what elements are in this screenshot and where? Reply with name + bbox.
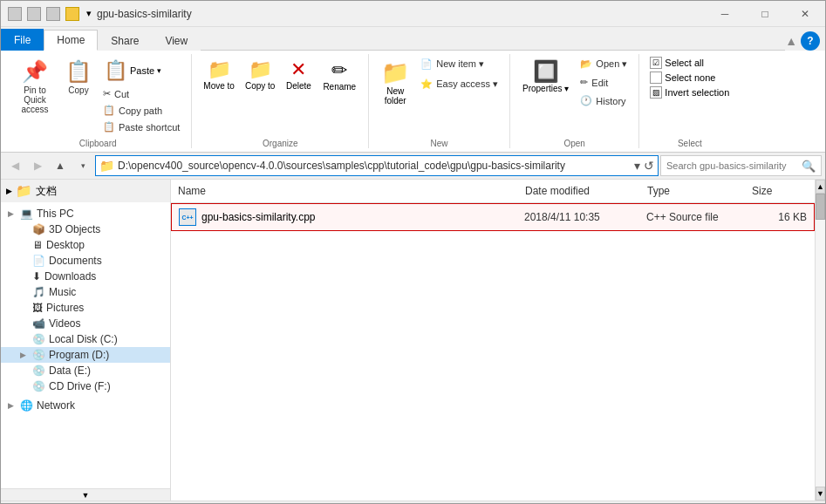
col-header-name[interactable]: Name [171,181,518,201]
file-row-0[interactable]: C++ gpu-basics-similarity.cpp 2018/4/11 … [171,203,815,231]
open-col: 📂 Open ▾ ✏ Edit 🕐 History [576,56,631,109]
easy-access-button[interactable]: ⭐ Easy access ▾ [416,76,502,92]
move-to-button[interactable]: 📁 Move to [199,56,239,93]
pin-to-quick-access-button[interactable]: 📌 Pin to Quick access [11,56,58,118]
scroll-track[interactable] [816,194,825,487]
ribbon: 📌 Pin to Quick access 📋 Copy 📋 Paste ▾ ✂… [1,51,825,153]
right-scrollbar[interactable]: ▲ ▼ [815,180,825,501]
tree-item-videos[interactable]: 📹 Videos [1,316,170,331]
videos-label: Videos [49,317,80,330]
downloads-label: Downloads [44,270,96,283]
desktop-expand [17,239,29,251]
left-scroll-down-btn[interactable]: ▼ [1,488,170,501]
up-button[interactable]: ▲ [50,155,71,176]
documents-expand [17,255,29,267]
rename-button[interactable]: ✏ Rename [317,56,361,95]
forward-button[interactable]: ▶ [27,155,48,176]
tab-share[interactable]: Share [98,31,152,51]
edit-button[interactable]: ✏ Edit [576,74,631,91]
select-content: ☑ Select all Select none ▨ Invert select… [646,56,733,135]
rename-icon: ✏ [331,59,347,82]
search-icon: 🔍 [802,160,816,173]
new-content: 📁 Newfolder 📄 New item ▾ ⭐ Easy access ▾ [376,56,502,135]
file-list-container: Name Date modified Type Size C++ [171,180,815,501]
back-button[interactable]: ◀ [4,155,25,176]
col-header-type[interactable]: Type [640,181,745,201]
col-name-label: Name [178,185,206,197]
main-area: ▶ 📁 文档 ▶ 💻 This PC 📦 3D Objects 🖥 Deskto… [1,180,825,501]
select-none-checkbox [650,72,662,84]
search-input[interactable] [666,160,798,171]
select-none-button[interactable]: Select none [646,71,733,85]
scroll-down-btn[interactable]: ▼ [816,487,825,501]
select-all-button[interactable]: ☑ Select all [646,56,733,70]
paste-shortcut-button[interactable]: 📋 Paste shortcut [99,119,184,135]
desktop-label: Desktop [46,239,85,251]
tree-item-3d-objects[interactable]: 📦 3D Objects [1,221,170,237]
history-button[interactable]: 🕐 History [576,92,631,109]
file-date-label: 2018/4/11 10:35 [524,211,600,223]
open-button[interactable]: 📂 Open ▾ [576,56,631,72]
cut-button[interactable]: ✂ Cut [99,85,184,102]
invert-selection-button[interactable]: ▨ Invert selection [646,85,733,99]
tree-item-pictures[interactable]: 🖼 Pictures [1,300,170,316]
maximize-button[interactable]: □ [745,1,785,27]
delete-icon: ✕ [290,58,306,81]
tree-item-music[interactable]: 🎵 Music [1,284,170,300]
tree-item-program-d[interactable]: ▶ 💿 Program (D:) [1,347,170,363]
invert-label: Invert selection [665,87,729,98]
paste-button[interactable]: 📋 Paste ▾ [99,56,184,85]
properties-button[interactable]: 🔲 Properties ▾ [517,56,574,97]
tab-view[interactable]: View [152,31,201,51]
scroll-thumb[interactable] [816,194,825,220]
copy-button[interactable]: 📋 Copy [60,56,97,99]
new-folder-col: 📁 Newfolder [376,56,414,109]
new-item-icon: 📄 [420,58,433,70]
recent-locations-button[interactable]: ▾ [72,155,93,176]
address-refresh-btn[interactable]: ↺ [644,159,654,173]
col-header-size[interactable]: Size [745,181,815,201]
address-input[interactable] [118,160,631,172]
scroll-up-btn[interactable]: ▲ [816,180,825,194]
tree-item-data-e[interactable]: 💿 Data (E:) [1,363,170,378]
address-bar[interactable]: 📁 ▾ ↺ [95,155,659,176]
copy-to-button[interactable]: 📁 Copy to [241,56,279,93]
music-icon: 🎵 [32,286,45,298]
delete-col: ✕ Delete [281,56,316,93]
network-icon: 🌐 [20,399,33,412]
history-icon: 🕐 [580,95,592,106]
network-expand: ▶ [4,399,17,412]
col-header-date[interactable]: Date modified [518,181,640,201]
select-group: ☑ Select all Select none ▨ Invert select… [646,56,733,99]
help-button[interactable]: ? [801,31,820,51]
copy-path-icon: 📋 [103,105,115,116]
right-content-with-scroll: Name Date modified Type Size C++ [171,180,825,501]
new-folder-button[interactable]: 📁 Newfolder [376,56,414,109]
desktop-icon: 🖥 [32,239,43,251]
copy-path-button[interactable]: 📋 Copy path [99,102,184,119]
search-box[interactable]: 🔍 [660,155,822,176]
ribbon-collapse-btn[interactable]: ▲ [785,34,797,48]
tab-home[interactable]: Home [44,30,98,51]
tree-item-cd-drive-f[interactable]: 💿 CD Drive (F:) [1,378,170,394]
tree-item-documents[interactable]: 📄 Documents [1,253,170,269]
minimize-button[interactable]: ─ [705,1,745,27]
new-item-button[interactable]: 📄 New item ▾ [416,56,502,72]
tree-item-downloads[interactable]: ⬇ Downloads [1,269,170,284]
tree-item-desktop[interactable]: 🖥 Desktop [1,237,170,253]
tab-file[interactable]: File [1,29,44,51]
clipboard-label: Clipboard [79,135,117,148]
title-icon [8,7,22,21]
title-bar-controls: ─ □ ✕ [705,1,825,27]
tree-item-local-disk-c[interactable]: 💿 Local Disk (C:) [1,331,170,347]
close-button[interactable]: ✕ [785,1,825,27]
tree-item-network[interactable]: ▶ 🌐 Network [1,398,170,413]
open-icon: 📂 [580,58,592,70]
cut-label: Cut [114,89,129,99]
address-dropdown-btn[interactable]: ▾ [634,159,640,173]
tree-item-this-pc[interactable]: ▶ 💻 This PC [1,206,170,221]
new-item-col: 📄 New item ▾ ⭐ Easy access ▾ [416,56,502,92]
pin-label: Pin to Quick access [17,85,53,114]
delete-button[interactable]: ✕ Delete [281,56,316,93]
quick-access-section[interactable]: ▶ 📁 文档 [1,180,170,202]
